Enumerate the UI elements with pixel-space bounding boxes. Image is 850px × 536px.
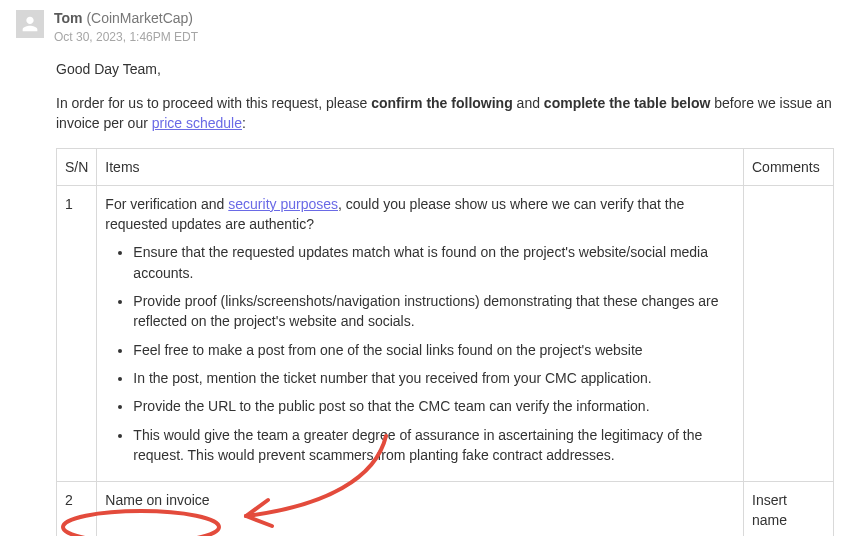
security-purposes-link[interactable]: security purposes xyxy=(228,196,338,212)
message-header: Tom (CoinMarketCap) Oct 30, 2023, 1:46PM… xyxy=(16,8,834,47)
sent-timestamp: Oct 30, 2023, 1:46PM EDT xyxy=(54,29,198,46)
col-comments: Comments xyxy=(744,148,834,185)
list-item: Provide proof (links/screenshots/navigat… xyxy=(133,291,735,332)
sender-org: (CoinMarketCap) xyxy=(86,10,193,26)
avatar xyxy=(16,10,44,38)
cell-comments: Insert name xyxy=(744,482,834,536)
list-item: In the post, mention the ticket number t… xyxy=(133,368,735,388)
cell-item: Name on invoice xyxy=(97,482,744,536)
message-body: Good Day Team, In order for us to procee… xyxy=(56,59,834,134)
list-item: Ensure that the requested updates match … xyxy=(133,242,735,283)
col-items: Items xyxy=(97,148,744,185)
intro-text: In order for us to proceed with this req… xyxy=(56,95,371,111)
intro-paragraph: In order for us to proceed with this req… xyxy=(56,93,834,134)
cell-sn: 2 xyxy=(57,482,97,536)
table-row: 1 For verification and security purposes… xyxy=(57,185,834,481)
table-header-row: S/N Items Comments xyxy=(57,148,834,185)
intro-text: : xyxy=(242,115,246,131)
col-sn: S/N xyxy=(57,148,97,185)
cell-sn: 1 xyxy=(57,185,97,481)
request-table: S/N Items Comments 1 For verification an… xyxy=(56,148,834,536)
intro-bold: complete the table below xyxy=(544,95,710,111)
greeting: Good Day Team, xyxy=(56,59,834,79)
bullet-list: Ensure that the requested updates match … xyxy=(105,242,735,465)
sender-name: Tom xyxy=(54,10,83,26)
item-text: For verification and xyxy=(105,196,228,212)
price-schedule-link[interactable]: price schedule xyxy=(152,115,242,131)
cell-item: For verification and security purposes, … xyxy=(97,185,744,481)
intro-bold: confirm the following xyxy=(371,95,513,111)
list-item: Feel free to make a post from one of the… xyxy=(133,340,735,360)
list-item: This would give the team a greater degre… xyxy=(133,425,735,466)
user-icon xyxy=(21,15,39,33)
list-item: Provide the URL to the public post so th… xyxy=(133,396,735,416)
sender-meta: Tom (CoinMarketCap) Oct 30, 2023, 1:46PM… xyxy=(54,8,198,47)
intro-text: and xyxy=(513,95,544,111)
cell-comments xyxy=(744,185,834,481)
table-row: 2 Name on invoice Insert name xyxy=(57,482,834,536)
